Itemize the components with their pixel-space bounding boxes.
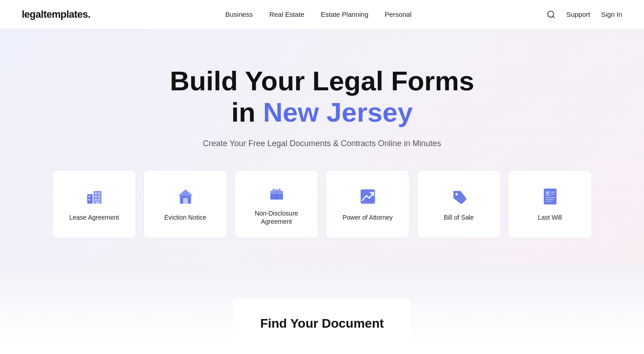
nav-real-estate[interactable]: Real Estate [269, 10, 305, 18]
svg-rect-10 [95, 199, 97, 201]
svg-rect-8 [95, 196, 97, 197]
svg-rect-7 [98, 192, 100, 194]
svg-rect-9 [98, 196, 100, 197]
svg-rect-18 [276, 191, 278, 199]
hero-section: Build Your Legal Forms in New Jersey Cre… [0, 29, 644, 266]
card-eviction-notice[interactable]: Eviction Notice [143, 170, 227, 238]
card-bill-of-sale[interactable]: Bill of Sale [417, 170, 501, 238]
search-icon [546, 10, 556, 19]
card-will-label: Last Will [534, 213, 566, 221]
svg-rect-5 [88, 199, 90, 201]
chart-icon [358, 187, 377, 206]
nav-personal[interactable]: Personal [385, 10, 411, 18]
svg-rect-27 [551, 194, 554, 195]
card-poa-label: Power of Attorney [339, 213, 396, 221]
svg-rect-6 [95, 192, 97, 194]
state-name: New Jersey [263, 97, 413, 128]
hero-headline: Build Your Legal Forms in New Jersey [22, 65, 622, 128]
svg-rect-14 [183, 198, 188, 203]
svg-rect-2 [87, 194, 93, 204]
search-button[interactable] [546, 10, 556, 19]
card-nda-label: Non-Disclosure Agreement [235, 209, 318, 226]
svg-rect-26 [551, 192, 555, 192]
svg-rect-21 [279, 188, 281, 191]
svg-rect-11 [98, 199, 100, 201]
find-section-title: Find Your Document [260, 316, 384, 331]
house-icon [176, 187, 195, 206]
svg-rect-29 [545, 199, 553, 200]
svg-rect-30 [545, 201, 551, 202]
tag-icon [449, 187, 468, 206]
find-section: Find Your Document [233, 298, 411, 345]
svg-marker-15 [178, 189, 193, 196]
svg-point-23 [455, 193, 458, 195]
nav-estate-planning[interactable]: Estate Planning [321, 10, 368, 18]
card-nda[interactable]: Non-Disclosure Agreement [234, 170, 318, 238]
navbar-right: Support Sign In [546, 10, 622, 19]
building-icon [85, 187, 104, 206]
hero-subtitle: Create Your Free Legal Documents & Contr… [22, 139, 622, 148]
svg-point-31 [546, 192, 548, 193]
card-lease-label: Lease Agreement [66, 213, 123, 221]
will-icon [541, 187, 560, 206]
nav-signin[interactable]: Sign In [601, 10, 622, 18]
svg-line-1 [553, 16, 555, 18]
svg-rect-28 [545, 197, 555, 198]
svg-rect-12 [96, 201, 99, 203]
card-eviction-label: Eviction Notice [161, 213, 210, 221]
nav-support[interactable]: Support [566, 10, 590, 18]
svg-rect-19 [270, 193, 283, 194]
nav-business[interactable]: Business [225, 10, 253, 18]
svg-rect-4 [88, 196, 90, 197]
svg-rect-20 [273, 188, 274, 191]
navbar: legaltemplates. Business Real Estate Est… [0, 0, 644, 29]
site-logo[interactable]: legaltemplates. [22, 9, 90, 20]
card-lease-agreement[interactable]: Lease Agreement [52, 170, 136, 238]
nav-links: Business Real Estate Estate Planning Per… [225, 10, 412, 19]
briefcase-icon [267, 183, 286, 202]
card-last-will[interactable]: Last Will [508, 170, 592, 238]
card-power-of-attorney[interactable]: Power of Attorney [326, 170, 410, 238]
document-cards: Lease Agreement Eviction Notice [22, 170, 622, 238]
card-bill-label: Bill of Sale [440, 213, 477, 221]
